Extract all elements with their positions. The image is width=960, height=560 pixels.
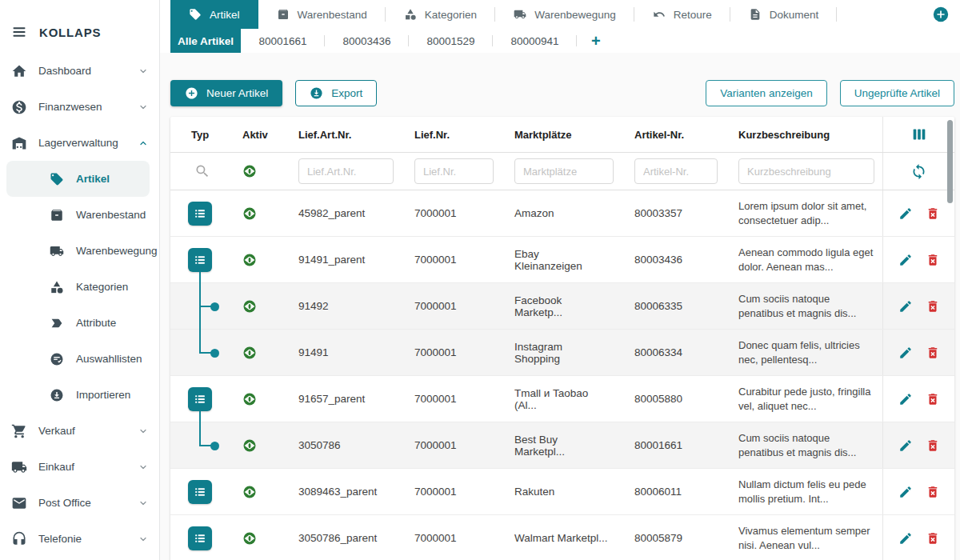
unchecked-articles-button[interactable]: Ungeprüfte Artikel [840, 80, 954, 106]
delete-icon[interactable] [926, 392, 940, 406]
arrow-label-icon [50, 316, 64, 330]
delete-icon[interactable] [926, 485, 940, 499]
new-article-button[interactable]: Neuer Artikel [170, 80, 282, 106]
row-actions [882, 330, 954, 375]
columns-icon[interactable] [910, 126, 928, 143]
active-status-icon[interactable] [242, 531, 257, 546]
variant-list-button[interactable] [188, 202, 212, 226]
delete-icon[interactable] [926, 531, 940, 546]
type-cell [170, 330, 230, 375]
sidebar-item-warenbewegung[interactable]: Warenbewegung [0, 233, 159, 269]
variant-list-button[interactable] [188, 480, 212, 504]
box-icon [50, 208, 64, 222]
filter-marktpl-tze-input[interactable] [514, 158, 614, 184]
table-row[interactable]: 91491 7000001 Instagram Shopping 8000633… [170, 330, 954, 376]
add-module-tab-button[interactable] [933, 6, 949, 22]
sidebar-item-attribute[interactable]: Attribute [0, 305, 159, 341]
sidebar-item-auswahllisten[interactable]: Auswahllisten [0, 341, 159, 377]
tab-artikel[interactable]: Artikel [170, 0, 258, 29]
article-tab-80000941[interactable]: 80000941 [493, 29, 577, 53]
table-row[interactable]: 3089463_parent 7000001 Rakuten 80006011 … [170, 469, 954, 515]
table-row[interactable]: 91491_parent 7000001 Ebay Kleinanzeigen … [170, 237, 954, 283]
edit-icon[interactable] [898, 438, 913, 453]
edit-icon[interactable] [898, 299, 913, 314]
filter-lief-art-nr-input[interactable] [298, 158, 394, 184]
table-row[interactable]: 91657_parent 7000001 Tmall и Taobao (Al.… [170, 376, 954, 422]
delete-icon[interactable] [926, 206, 940, 221]
tab-warenbewegung[interactable]: Warenbewegung [495, 0, 634, 29]
sidebar-item-importieren[interactable]: Importieren [0, 377, 159, 413]
active-filter-toggle-icon[interactable] [242, 164, 257, 178]
edit-icon[interactable] [898, 531, 913, 546]
export-icon [310, 86, 323, 100]
table-row[interactable]: 3050786_parent 7000001 Walmart Marketpl.… [170, 515, 954, 560]
sidebar-item-einkauf[interactable]: Einkauf [0, 449, 159, 485]
article-number-cell: 80006335 [622, 283, 726, 329]
tab-kategorien[interactable]: Kategorien [386, 0, 495, 29]
table-row[interactable]: 45982_parent 7000001 Amazon 80003357 Lor… [170, 190, 954, 237]
sidebar-item-warenbestand[interactable]: Warenbestand [0, 197, 159, 233]
tab-retoure[interactable]: Retoure [634, 0, 730, 29]
edit-icon[interactable] [898, 392, 913, 406]
supplier-article-number-cell: 3050786_parent [286, 515, 402, 560]
marketplace-cell: Best Buy Marketpl... [502, 422, 622, 468]
active-status-icon[interactable] [242, 253, 257, 267]
active-status-icon[interactable] [242, 299, 257, 314]
active-status-icon[interactable] [242, 346, 257, 360]
import-circle-icon [50, 388, 64, 402]
chevron-down-icon [138, 426, 148, 436]
variant-list-button[interactable] [188, 248, 212, 272]
sidebar-item-finanzwesen[interactable]: Finanzwesen [0, 89, 159, 125]
article-tab-80001661[interactable]: 80001661 [241, 29, 325, 53]
warehouse-icon [11, 135, 27, 151]
sidebar-item-artikel[interactable]: Artikel [6, 161, 150, 197]
article-number-cell: 80005880 [622, 376, 726, 422]
delete-icon[interactable] [926, 299, 940, 314]
sidebar-item-post-office[interactable]: Post Office [0, 485, 159, 521]
filter-lief-nr-input[interactable] [414, 158, 494, 184]
shapes-icon [404, 8, 417, 21]
article-tab-alle-artikel[interactable]: Alle Artikel [170, 29, 241, 53]
tab-dokument[interactable]: Dokument [730, 0, 838, 29]
sidebar-item-kategorien[interactable]: Kategorien [0, 269, 159, 305]
variant-list-button[interactable] [188, 526, 212, 550]
tag-icon [50, 172, 64, 186]
tab-warenbestand[interactable]: Warenbestand [258, 0, 386, 29]
table-row[interactable]: 3050786 7000001 Best Buy Marketpl... 800… [170, 422, 954, 469]
active-status-icon[interactable] [242, 485, 257, 499]
article-number-cell: 80003357 [622, 190, 726, 236]
edit-icon[interactable] [898, 253, 913, 267]
active-status-icon[interactable] [242, 438, 257, 453]
sidebar-item-lagerverwaltung[interactable]: Lagerverwaltung [0, 125, 159, 161]
sidebar-item-dashboard[interactable]: Dashboard [0, 53, 159, 89]
article-tab-80001529[interactable]: 80001529 [409, 29, 493, 53]
article-tab-80003436[interactable]: 80003436 [325, 29, 409, 53]
active-status-icon[interactable] [242, 206, 257, 221]
table-scrollbar[interactable] [947, 120, 953, 203]
delete-icon[interactable] [926, 253, 940, 267]
active-status-icon[interactable] [242, 392, 257, 406]
add-article-tab-button[interactable]: + [577, 29, 615, 53]
edit-icon[interactable] [898, 346, 913, 360]
main-area: Artikel Warenbestand Kategorien Warenbew… [160, 0, 960, 560]
filter-artikel-nr-input[interactable] [634, 158, 718, 184]
edit-icon[interactable] [898, 485, 913, 499]
menu-icon[interactable] [11, 24, 27, 40]
edit-icon[interactable] [898, 206, 913, 221]
column-header-aktiv: Aktiv [230, 117, 286, 152]
table-body: 45982_parent 7000001 Amazon 80003357 Lor… [170, 190, 954, 560]
article-tabbar: Alle Artikel 80001661 80003436 80001529 … [160, 29, 960, 53]
box-icon [277, 8, 290, 21]
filter-kurzbeschreibung-input[interactable] [738, 158, 874, 184]
export-button[interactable]: Export [295, 80, 377, 106]
variant-node-dot [210, 349, 219, 358]
checklist-circle-icon [50, 352, 64, 366]
delete-icon[interactable] [926, 438, 940, 453]
sidebar-item-telefonie[interactable]: Telefonie [0, 521, 159, 557]
refresh-icon[interactable] [910, 163, 927, 180]
delete-icon[interactable] [926, 346, 940, 360]
variant-list-button[interactable] [188, 387, 212, 411]
table-row[interactable]: 91492 7000001 Facebook Marketp... 800063… [170, 283, 954, 330]
sidebar-item-verkauf[interactable]: Verkauf [0, 413, 159, 449]
show-variants-button[interactable]: Varianten anzeigen [706, 80, 826, 106]
